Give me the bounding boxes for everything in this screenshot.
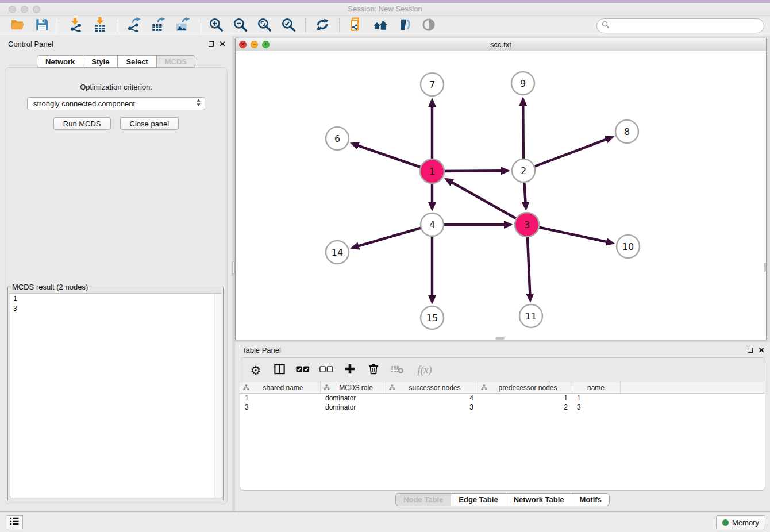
table-cell[interactable]: 3 (240, 403, 321, 412)
table-cell[interactable]: 4 (386, 394, 478, 403)
run-mcds-button[interactable]: Run MCDS (53, 117, 111, 130)
column-header-shared-name[interactable]: shared name (240, 382, 321, 393)
table-cell[interactable]: 2 (478, 403, 572, 412)
tab-edge-table[interactable]: Edge Table (451, 493, 506, 506)
memory-status-icon (722, 519, 729, 526)
table-row[interactable]: 3dominator323 (240, 403, 765, 412)
graph-node-4[interactable]: 4 (421, 213, 444, 236)
delete-table-button[interactable] (390, 363, 405, 377)
optimization-criterion-select[interactable]: strongly connected component (27, 97, 205, 110)
graph-node-7[interactable]: 7 (421, 73, 444, 96)
select-all-button[interactable] (295, 363, 310, 377)
main-toolbar (0, 16, 770, 36)
save-floppy-icon (34, 17, 49, 34)
graph-edge-2-8[interactable] (523, 137, 612, 171)
copy-network-button[interactable] (346, 17, 367, 34)
graph-edge-4-14[interactable] (353, 225, 432, 248)
graph-node-9[interactable]: 9 (511, 72, 534, 95)
float-table-panel-button[interactable] (746, 346, 754, 354)
column-header-successor-nodes[interactable]: successor nodes (386, 382, 478, 393)
graph-node-11[interactable]: 11 (519, 304, 542, 327)
deselect-all-button[interactable] (319, 363, 334, 377)
column-header-name[interactable]: name (572, 382, 621, 393)
mcds-result-textarea[interactable]: 13 (10, 293, 221, 498)
graph-edge-3-1[interactable] (446, 179, 527, 225)
float-icon (748, 348, 753, 353)
table-row[interactable]: 1dominator411 (240, 394, 765, 403)
table-cell[interactable]: 3 (572, 403, 621, 412)
table-cell[interactable]: dominator (321, 403, 386, 412)
tab-network[interactable]: Network (37, 55, 83, 68)
graph-node-15[interactable]: 15 (421, 306, 444, 329)
export-table-button[interactable] (148, 17, 168, 34)
table-cell[interactable]: 1 (240, 394, 321, 403)
result-scrollbar[interactable] (214, 294, 221, 498)
close-table-panel-button[interactable]: ✕ (757, 346, 765, 354)
zoom-out-icon (233, 17, 248, 34)
save-session-button[interactable] (32, 17, 52, 34)
network-canvas[interactable]: 7968124314101511 (236, 51, 766, 340)
zoom-out-button[interactable] (230, 17, 251, 34)
function-builder-button[interactable]: f(x) (413, 363, 436, 377)
graph-node-8[interactable]: 8 (615, 120, 638, 143)
column-header-MCDS-role[interactable]: MCDS role (321, 382, 386, 393)
vertical-scroll-nub[interactable] (764, 263, 766, 272)
tab-select[interactable]: Select (118, 55, 156, 68)
result-line: 3 (13, 304, 218, 314)
annotations-button[interactable] (394, 17, 415, 34)
result-line: 1 (13, 294, 218, 304)
zoom-selected-button[interactable] (278, 17, 299, 34)
homes-icon (373, 17, 388, 34)
export-image-button[interactable] (172, 17, 192, 34)
import-network-button[interactable] (66, 17, 86, 34)
table-cell[interactable]: 3 (386, 403, 478, 412)
open-session-button[interactable] (7, 17, 28, 34)
zoom-fit-button[interactable] (254, 17, 275, 34)
horizontal-scroll-nub[interactable] (495, 337, 505, 340)
export-network-button[interactable] (124, 17, 144, 34)
graph-node-2[interactable]: 2 (512, 159, 535, 182)
copy-network-icon (349, 17, 364, 34)
graph-node-3[interactable]: 3 (515, 213, 539, 237)
float-panel-button[interactable] (207, 40, 215, 48)
node-table-container: ⚙ f(x) shared nameMCDS rolesuccessor nod… (240, 357, 765, 491)
tab-style[interactable]: Style (83, 55, 118, 68)
create-column-button[interactable] (342, 363, 357, 377)
table-cell[interactable]: dominator (321, 394, 386, 403)
search-input[interactable] (613, 22, 759, 30)
import-table-button[interactable] (90, 17, 110, 34)
table-settings-button[interactable]: ⚙ (248, 363, 263, 377)
memory-button[interactable]: Memory (716, 515, 765, 529)
close-mcds-panel-button[interactable]: Close panel (120, 117, 179, 130)
table-cell[interactable]: 1 (572, 394, 621, 403)
tab-motifs[interactable]: Motifs (572, 493, 610, 506)
column-header-label: shared name (249, 384, 320, 392)
svg-text:9: 9 (520, 78, 526, 89)
window-title: Session: New Session (0, 5, 770, 13)
column-header-predecessor-nodes[interactable]: predecessor nodes (478, 382, 572, 393)
network-window-titlebar[interactable]: ✕ − + scc.txt (236, 38, 766, 51)
zoom-in-button[interactable] (206, 17, 226, 34)
graph-node-1[interactable]: 1 (420, 159, 444, 183)
home-view-button[interactable] (370, 17, 391, 34)
graph-node-10[interactable]: 10 (617, 235, 640, 258)
graph-node-14[interactable]: 14 (326, 241, 349, 264)
close-panel-button[interactable]: ✕ (218, 40, 226, 48)
tab-mcds[interactable]: MCDS (157, 55, 195, 68)
tab-network-table[interactable]: Network Table (506, 493, 572, 506)
columns-icon (273, 363, 286, 378)
table-panel-title: Table Panel (242, 346, 281, 354)
close-icon: ✕ (220, 40, 226, 48)
graph-node-6[interactable]: 6 (326, 127, 349, 150)
search-field[interactable] (596, 18, 764, 33)
task-history-button[interactable] (6, 515, 23, 529)
tab-node-table[interactable]: Node Table (395, 493, 451, 506)
column-visibility-button[interactable] (272, 363, 287, 377)
delete-column-button[interactable] (366, 363, 381, 377)
mcds-result-group: MCDS result (2 nodes) 13 (7, 283, 224, 500)
bird-eye-view-button[interactable] (418, 17, 439, 34)
table-cell[interactable]: 1 (478, 394, 572, 403)
stepper-icon (196, 98, 201, 109)
graph-edge-3-10[interactable] (527, 225, 613, 243)
refresh-layout-button[interactable] (312, 17, 333, 34)
